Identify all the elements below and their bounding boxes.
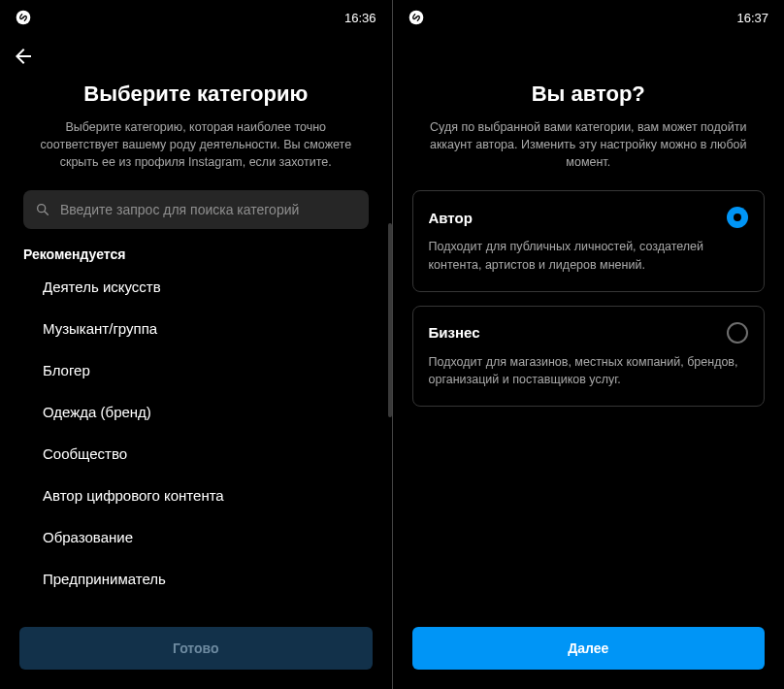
radio-unselected-icon[interactable] bbox=[727, 322, 748, 344]
radio-selected-icon[interactable] bbox=[727, 207, 748, 228]
search-icon bbox=[35, 202, 50, 217]
footer: Готово bbox=[0, 613, 392, 689]
content: Вы автор? Судя по выбранной вами категор… bbox=[393, 78, 785, 613]
option-description: Подходит для публичных личностей, создат… bbox=[429, 238, 749, 273]
status-time: 16:37 bbox=[736, 11, 768, 25]
search-placeholder: Введите запрос для поиска категорий bbox=[60, 202, 299, 217]
option-description: Подходит для магазинов, местных компаний… bbox=[429, 353, 749, 388]
status-bar: 16:37 bbox=[393, 0, 785, 35]
shazam-icon bbox=[408, 10, 424, 25]
footer: Далее bbox=[393, 613, 785, 689]
option-title: Автор bbox=[429, 210, 473, 226]
category-item[interactable]: Одежда (бренд) bbox=[23, 391, 369, 433]
nav-bar bbox=[0, 35, 392, 78]
screen-choose-category: 16:36 Выберите категорию Выберите катего… bbox=[0, 0, 392, 689]
status-bar: 16:36 bbox=[0, 0, 392, 35]
status-time: 16:36 bbox=[344, 11, 376, 25]
section-recommended-label: Рекомендуется bbox=[23, 246, 369, 262]
category-item[interactable]: Здоровье/красота bbox=[23, 600, 369, 613]
next-button[interactable]: Далее bbox=[412, 627, 766, 670]
category-item[interactable]: Предприниматель bbox=[23, 558, 369, 600]
category-search-input[interactable]: Введите запрос для поиска категорий bbox=[23, 190, 369, 229]
page-title: Выберите категорию bbox=[23, 82, 369, 107]
category-item[interactable]: Деятель искусств bbox=[23, 266, 369, 308]
content: Выберите категорию Выберите категорию, к… bbox=[0, 78, 392, 613]
category-item[interactable]: Музыкант/группа bbox=[23, 308, 369, 349]
page-title: Вы автор? bbox=[412, 82, 766, 107]
category-list[interactable]: Деятель искусствМузыкант/группаБлогерОде… bbox=[23, 266, 369, 613]
shazam-icon bbox=[16, 10, 31, 25]
option-card-business[interactable]: БизнесПодходит для магазинов, местных ко… bbox=[412, 306, 766, 407]
category-item[interactable]: Блогер bbox=[23, 349, 369, 391]
scrollbar-thumb[interactable] bbox=[388, 223, 392, 417]
done-button[interactable]: Готово bbox=[19, 627, 373, 670]
back-icon[interactable] bbox=[12, 45, 35, 68]
option-card-creator[interactable]: АвторПодходит для публичных личностей, с… bbox=[412, 190, 766, 291]
svg-line-2 bbox=[45, 212, 48, 214]
page-description: Выберите категорию, которая наиболее точ… bbox=[23, 118, 369, 171]
screen-are-you-creator: 16:37 Вы автор? Судя по выбранной вами к… bbox=[393, 0, 785, 689]
option-title: Бизнес bbox=[429, 324, 480, 341]
page-description: Судя по выбранной вами категории, вам мо… bbox=[412, 118, 766, 171]
nav-bar bbox=[393, 35, 785, 78]
svg-point-1 bbox=[38, 205, 46, 213]
category-item[interactable]: Образование bbox=[23, 516, 369, 558]
category-item[interactable]: Автор цифрового контента bbox=[23, 475, 369, 516]
category-item[interactable]: Сообщество bbox=[23, 433, 369, 475]
